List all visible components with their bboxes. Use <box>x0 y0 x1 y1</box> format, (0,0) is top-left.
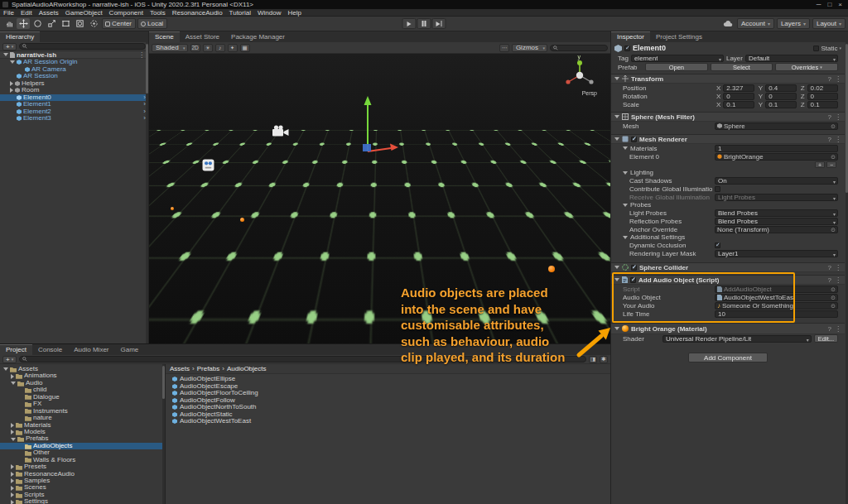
foldout-icon[interactable] <box>11 464 14 469</box>
close-button[interactable]: × <box>838 1 842 8</box>
tab-package-manager[interactable]: Package Manager <box>225 31 291 42</box>
breadcrumb-prefabs[interactable]: Prefabs <box>197 365 220 372</box>
position-y-field[interactable]: 0.4 <box>765 84 796 92</box>
foldout-icon[interactable] <box>614 278 619 281</box>
menu-window[interactable]: Window <box>254 9 284 17</box>
tab-audio-mixer[interactable]: Audio Mixer <box>68 344 114 355</box>
folder-row[interactable]: Audio <box>0 380 165 386</box>
audio-object-sphere[interactable] <box>548 266 555 272</box>
active-checkbox[interactable] <box>624 46 630 51</box>
tag-dropdown[interactable]: element <box>631 55 724 62</box>
folder-row[interactable]: Other <box>0 449 165 456</box>
scene-lighting-toggle-icon[interactable]: ☀ <box>203 44 213 52</box>
material-asset-header[interactable]: Bright Orange (Material) ?⋮ <box>611 323 845 334</box>
foldout-icon[interactable] <box>11 486 14 491</box>
help-icon[interactable]: ? <box>828 75 831 83</box>
mesh-object-field[interactable]: Sphere <box>715 122 838 130</box>
rotation-x-field[interactable]: 0 <box>723 93 754 100</box>
static-toggle[interactable]: Static <box>813 45 841 52</box>
pivot-toggle-button[interactable]: Center <box>102 18 136 29</box>
tab-scene[interactable]: Scene <box>149 31 180 42</box>
hierarchy-item[interactable]: Element1› <box>0 101 148 108</box>
prefab-overrides-button[interactable]: Overrides <box>775 63 838 71</box>
breadcrumb-assets[interactable]: Assets <box>170 365 190 372</box>
project-create-button[interactable]: + <box>2 356 17 363</box>
foldout-icon[interactable] <box>11 423 14 428</box>
foldout-icon[interactable] <box>623 171 628 175</box>
scale-x-field[interactable]: 0.1 <box>723 101 754 108</box>
dynamic-occlusion-checkbox[interactable] <box>715 242 720 248</box>
add-material-button[interactable]: + <box>815 161 825 168</box>
rect-tool-icon[interactable] <box>59 18 72 29</box>
static-checkbox[interactable] <box>813 46 819 51</box>
menu-tutorial[interactable]: Tutorial <box>226 9 254 17</box>
prefab-open-button[interactable]: Open <box>645 63 708 71</box>
search-by-label-icon[interactable]: ✱ <box>600 356 608 363</box>
scale-z-field[interactable]: 0.1 <box>807 101 838 108</box>
position-z-field[interactable]: 0.02 <box>807 84 838 92</box>
tab-inspector[interactable]: Inspector <box>611 31 650 42</box>
foldout-icon[interactable] <box>11 472 14 477</box>
tab-asset-store[interactable]: Asset Store <box>180 31 225 42</box>
material-object-field[interactable]: BrightOrange <box>715 153 838 161</box>
hierarchy-search-input[interactable] <box>19 43 146 50</box>
audio-object-dot[interactable] <box>171 207 174 210</box>
kebab-menu-icon[interactable]: ⋮ <box>835 325 841 333</box>
foldout-icon[interactable] <box>623 204 628 207</box>
sphere-collider-header[interactable]: Sphere Collider ?⋮ <box>611 262 845 272</box>
your-audio-field[interactable]: ♪Someone Or Something <box>715 302 838 310</box>
additional-settings-foldout[interactable]: Additional Settings <box>611 233 845 241</box>
orientation-toggle-button[interactable]: Local <box>137 18 167 29</box>
lighting-foldout[interactable]: Lighting <box>611 169 845 176</box>
2d-toggle[interactable]: 2D <box>190 44 200 52</box>
audio-script-header[interactable]: Add Audio Object (Script) ?⋮ <box>611 275 845 285</box>
audio-object-field[interactable]: AudioObjectWestToEast <box>715 294 838 301</box>
maximize-button[interactable]: □ <box>827 1 831 8</box>
remove-material-button[interactable]: − <box>826 161 836 168</box>
position-x-field[interactable]: 2.327 <box>723 84 754 92</box>
menu-edit[interactable]: Edit <box>17 9 36 17</box>
tab-project-settings[interactable]: Project Settings <box>650 31 708 42</box>
hierarchy-item[interactable]: Element2› <box>0 108 148 116</box>
light-probes-dropdown[interactable]: Blend Probes <box>715 209 838 217</box>
foldout-icon[interactable] <box>11 478 14 483</box>
kebab-menu-icon[interactable]: ⋮ <box>835 113 841 121</box>
kebab-menu-icon[interactable]: ⋮ <box>835 75 841 83</box>
prefab-select-button[interactable]: Select <box>711 63 773 71</box>
asset-item[interactable]: AudioObjectWestToEast <box>166 418 610 425</box>
scene-viewport[interactable]: y Persp <box>149 54 610 343</box>
foldout-icon[interactable] <box>614 137 619 141</box>
mesh-renderer-header[interactable]: Mesh Renderer ?⋮ <box>611 134 845 144</box>
rendering-layer-mask-dropdown[interactable]: Layer1 <box>715 250 838 257</box>
cloud-collab-icon[interactable] <box>721 18 735 29</box>
menu-assets[interactable]: Assets <box>36 9 62 17</box>
probes-foldout[interactable]: Probes <box>611 201 845 209</box>
foldout-icon[interactable] <box>614 115 619 118</box>
foldout-icon[interactable] <box>623 236 628 239</box>
rotate-tool-icon[interactable] <box>31 18 44 29</box>
speaker-gizmo-icon[interactable] <box>202 159 214 171</box>
help-icon[interactable]: ? <box>828 325 831 333</box>
custom-tool-icon[interactable] <box>87 18 100 29</box>
menu-help[interactable]: Help <box>284 9 304 17</box>
hierarchy-item[interactable]: Room <box>0 87 148 94</box>
foldout-icon[interactable] <box>614 266 619 269</box>
scene-effects-toggle-icon[interactable]: ✦ <box>228 44 238 52</box>
foldout-icon[interactable] <box>11 382 16 385</box>
layer-dropdown[interactable]: Default <box>745 55 838 62</box>
shader-dropdown[interactable]: Universal Render Pipeline/Lit <box>662 335 812 343</box>
contribute-gi-checkbox[interactable] <box>715 186 720 192</box>
layers-dropdown[interactable]: Layers <box>777 18 810 29</box>
scene-camera-settings-icon[interactable]: ⋯ <box>499 44 509 52</box>
transform-component-header[interactable]: Transform ?⋮ <box>611 74 845 84</box>
reflection-probes-dropdown[interactable]: Blend Probes <box>715 218 838 225</box>
foldout-icon[interactable] <box>3 53 8 56</box>
hierarchy-create-button[interactable]: + <box>2 43 17 50</box>
scene-grid-toggle-icon[interactable]: ▦ <box>240 44 250 52</box>
search-by-type-icon[interactable]: ◨ <box>589 356 597 363</box>
shading-mode-dropdown[interactable]: Shaded <box>152 44 188 52</box>
folder-row[interactable]: Prefabs <box>0 435 165 442</box>
gizmos-dropdown[interactable]: Gizmos <box>512 44 547 52</box>
tab-game[interactable]: Game <box>115 344 145 355</box>
hierarchy-item[interactable]: AR Camera <box>0 66 148 74</box>
